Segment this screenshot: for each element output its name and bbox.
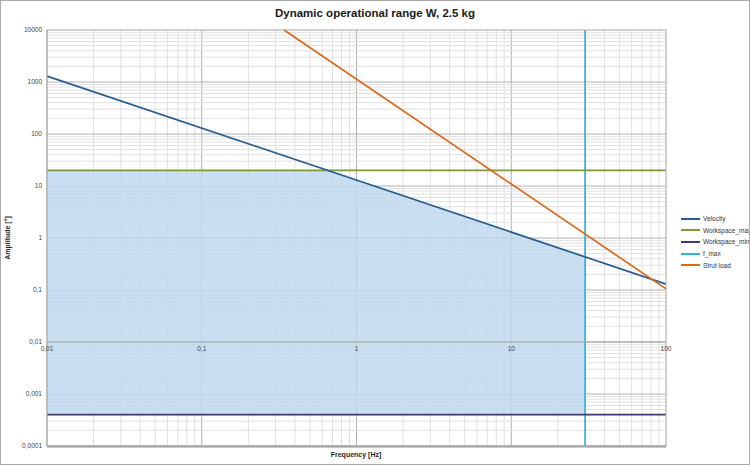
chart-frame: Dynamic operational range W, 2.5 kg 0,01… [0,0,750,465]
legend-item-strut-load: Strut load [681,259,750,271]
legend-label: Workspace_min [703,238,749,245]
x-tick-label: 1 [355,345,359,352]
legend-swatch [681,253,700,255]
y-tick-label: 100 [31,130,42,137]
x-tick-label: 100 [661,345,672,352]
y-tick-label: 0,001 [26,390,43,397]
y-tick-label: 10 [35,182,43,189]
y-tick-label: 0,01 [29,338,42,345]
legend-label: Strut load [703,262,731,269]
legend: VelocityWorkspace_maxWorkspace_minf_maxS… [681,213,750,271]
legend-label: Workspace_max [703,227,750,234]
legend-label: f_max [703,250,721,257]
legend-swatch [681,264,700,266]
legend-item-f-max: f_max [681,248,750,260]
x-tick-label: 10 [508,345,516,352]
legend-label: Velocity [703,215,725,222]
x-tick-label: 0,01 [41,345,54,352]
legend-swatch [681,218,700,220]
x-tick-label: 0,1 [197,345,206,352]
y-tick-label: 1000 [28,78,43,85]
y-tick-label: 1 [38,234,42,241]
legend-item-velocity: Velocity [681,213,750,225]
y-tick-label: 10000 [24,26,42,33]
legend-item-workspace-min: Workspace_min [681,236,750,248]
y-axis-title: Amplitude [°] [4,216,12,260]
chart-plot: 0,010,11101001000010001001010,10,010,001… [1,1,750,465]
y-tick-label: 0,0001 [22,442,42,449]
legend-swatch [681,241,700,243]
y-tick-label: 0,1 [33,286,42,293]
legend-swatch [681,229,700,231]
legend-item-workspace-max: Workspace_max [681,225,750,237]
x-axis-title: Frequency [Hz] [331,451,382,459]
